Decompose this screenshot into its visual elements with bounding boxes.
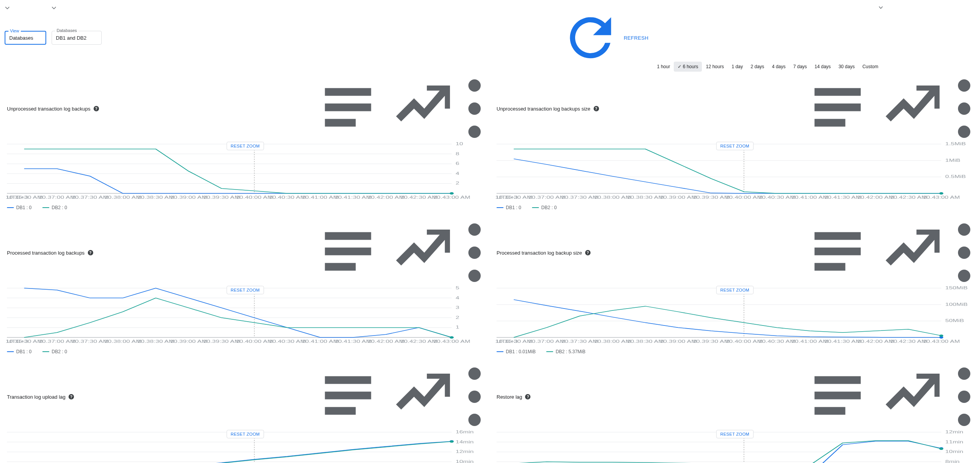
help-icon[interactable]: ? xyxy=(594,106,599,111)
svg-rect-2 xyxy=(325,119,356,127)
chart-area[interactable]: RESET ZOOM54321UTC+310.36:30 AM10.37:00 … xyxy=(7,285,483,347)
legend-name: DB2 xyxy=(541,205,550,210)
compare-icon[interactable] xyxy=(879,366,949,428)
legend-item[interactable]: DB2 : 0 xyxy=(532,205,557,210)
legend-toggle-icon[interactable] xyxy=(802,78,873,139)
reset-zoom-button[interactable]: RESET ZOOM xyxy=(716,430,754,438)
more-icon[interactable] xyxy=(955,222,973,284)
svg-text:10.42:00 AM: 10.42:00 AM xyxy=(857,195,894,200)
chart-title: Unprocessed transaction log backups xyxy=(7,106,91,112)
reset-zoom-button[interactable]: RESET ZOOM xyxy=(716,142,754,150)
reset-zoom-button[interactable]: RESET ZOOM xyxy=(227,286,264,294)
svg-text:10.40:30 AM: 10.40:30 AM xyxy=(268,339,305,344)
svg-text:10.41:00 AM: 10.41:00 AM xyxy=(302,339,339,344)
compare-icon[interactable] xyxy=(389,78,460,139)
refresh-label: REFRESH xyxy=(624,35,648,41)
svg-text:10.37:00 AM: 10.37:00 AM xyxy=(39,195,76,200)
time-range-label: 30 days xyxy=(839,64,855,69)
legend-toggle-icon[interactable] xyxy=(802,222,873,284)
help-icon[interactable]: ? xyxy=(525,394,530,399)
svg-text:10.36:30 AM: 10.36:30 AM xyxy=(495,195,532,200)
time-range-label: 14 days xyxy=(815,64,831,69)
time-range-1-day[interactable]: 1 day xyxy=(728,62,747,72)
chart-area[interactable]: RESET ZOOM108642UTC+310.36:30 AM10.37:00… xyxy=(7,141,483,203)
time-range-1-hour[interactable]: 1 hour xyxy=(653,62,674,72)
chart-area[interactable]: RESET ZOOM150MiB100MiB50MiBUTC+310.36:30… xyxy=(497,285,973,347)
compare-icon[interactable] xyxy=(389,222,460,284)
svg-text:10.42:30 AM: 10.42:30 AM xyxy=(890,195,927,200)
reset-zoom-button[interactable]: RESET ZOOM xyxy=(227,430,264,438)
legend-label: DB2 : 0 xyxy=(52,205,67,210)
legend-toggle-icon[interactable] xyxy=(313,366,383,428)
legend-item[interactable]: DB1 : 0.01MiB xyxy=(497,349,535,354)
legend-toggle-icon[interactable] xyxy=(313,78,383,139)
series-swatch xyxy=(42,207,49,208)
legend-item[interactable]: DB2 : 5.37MiB xyxy=(546,349,585,354)
legend-toggle-icon[interactable] xyxy=(802,366,873,428)
svg-text:10.38:30 AM: 10.38:30 AM xyxy=(627,195,664,200)
time-range-14-days[interactable]: 14 days xyxy=(811,62,835,72)
svg-point-201 xyxy=(939,448,943,450)
chart-title: Unprocessed transaction log backups size xyxy=(497,106,591,112)
time-range-Custom[interactable]: Custom xyxy=(859,62,975,72)
reset-zoom-label: RESET ZOOM xyxy=(720,144,750,148)
legend-item[interactable]: DB1 : 0 xyxy=(7,205,32,210)
view-select[interactable]: View Databases xyxy=(5,31,46,45)
time-range-12-hours[interactable]: 12 hours xyxy=(702,62,728,72)
legend-item[interactable]: DB2 : 0 xyxy=(42,349,67,354)
more-icon[interactable] xyxy=(955,366,973,428)
time-range-7-days[interactable]: 7 days xyxy=(789,62,811,72)
svg-text:10.40:30 AM: 10.40:30 AM xyxy=(268,195,305,200)
svg-point-4 xyxy=(468,102,481,115)
time-range-label: 12 hours xyxy=(706,64,724,69)
compare-icon[interactable] xyxy=(389,366,460,428)
more-icon[interactable] xyxy=(466,222,483,284)
legend-label: DB1 : 0 xyxy=(16,349,32,354)
compare-icon[interactable] xyxy=(879,78,949,139)
legend-name: DB1 xyxy=(506,205,515,210)
more-icon[interactable] xyxy=(466,78,483,139)
chart-card-proc-count: Processed transaction log backups?RESET … xyxy=(5,222,486,357)
help-icon[interactable]: ? xyxy=(585,250,591,255)
time-range-6-hours[interactable]: ✓6 hours xyxy=(674,62,702,72)
help-icon[interactable]: ? xyxy=(88,250,93,255)
more-icon[interactable] xyxy=(466,366,483,428)
time-range-2-days[interactable]: 2 days xyxy=(747,62,768,72)
legend-toggle-icon[interactable] xyxy=(313,222,383,284)
chart-area[interactable]: RESET ZOOM12min11min10min8min7minUTC+310… xyxy=(497,429,973,463)
help-icon[interactable]: ? xyxy=(94,106,99,111)
time-range-label: 4 days xyxy=(772,64,785,69)
chart-area[interactable]: RESET ZOOM1.5MiB1MiB0.5MiBUTC+310.36:30 … xyxy=(497,141,973,203)
reset-zoom-button[interactable]: RESET ZOOM xyxy=(716,286,754,294)
svg-text:10.42:00 AM: 10.42:00 AM xyxy=(368,195,404,200)
databases-select[interactable]: Databases DB1 and DB2 xyxy=(52,31,102,45)
svg-text:10.37:30 AM: 10.37:30 AM xyxy=(71,195,108,200)
series-swatch xyxy=(532,207,539,208)
legend-item[interactable]: DB2 : 0 xyxy=(42,205,67,210)
help-icon[interactable]: ? xyxy=(69,394,74,399)
time-range-30-days[interactable]: 30 days xyxy=(835,62,859,72)
legend-item[interactable]: DB1 : 0 xyxy=(7,349,32,354)
legend-value: 0 xyxy=(64,205,67,210)
svg-text:10.40:00 AM: 10.40:00 AM xyxy=(725,339,762,344)
svg-rect-0 xyxy=(325,88,371,96)
time-range-4-days[interactable]: 4 days xyxy=(768,62,789,72)
chart-area[interactable]: RESET ZOOM16min14min12min10min8minUTC+31… xyxy=(7,429,483,463)
svg-rect-1 xyxy=(325,104,371,111)
refresh-button[interactable]: REFRESH xyxy=(557,5,651,71)
legend-item[interactable]: DB1 : 0 xyxy=(497,205,521,210)
svg-text:10.40:00 AM: 10.40:00 AM xyxy=(236,339,273,344)
svg-text:10.40:30 AM: 10.40:30 AM xyxy=(758,195,795,200)
reset-zoom-button[interactable]: RESET ZOOM xyxy=(227,142,264,150)
svg-text:10.39:30 AM: 10.39:30 AM xyxy=(203,339,240,344)
svg-text:10.37:30 AM: 10.37:30 AM xyxy=(561,339,598,344)
svg-text:12min: 12min xyxy=(456,450,474,454)
compare-icon[interactable] xyxy=(879,222,949,284)
check-icon: ✓ xyxy=(678,64,681,69)
chevron-down-icon xyxy=(52,7,98,69)
svg-rect-169 xyxy=(814,407,845,415)
series-swatch xyxy=(546,351,553,352)
svg-text:8min: 8min xyxy=(945,460,960,463)
time-range-label: 1 hour xyxy=(657,64,670,69)
more-icon[interactable] xyxy=(955,78,973,139)
